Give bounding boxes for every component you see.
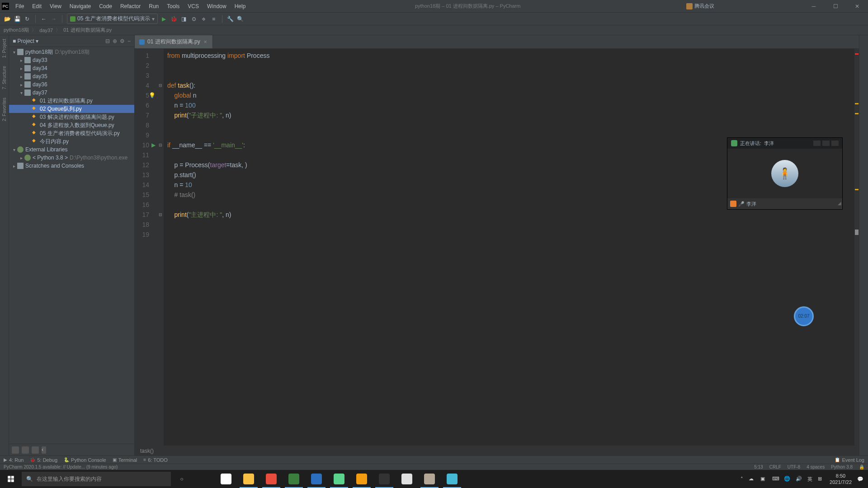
overlay-app-indicator[interactable]: 腾讯会议 xyxy=(686,3,714,9)
fold-column[interactable]: ⊟⊟⊟ xyxy=(157,49,164,446)
menu-view[interactable]: View xyxy=(46,1,65,11)
interpreter[interactable]: Python 3.8 xyxy=(831,465,853,469)
settings-button[interactable]: 🔧 xyxy=(227,15,234,23)
ime-indicator[interactable]: 英 xyxy=(807,476,812,483)
tool-tab[interactable]: 🐞5: Debug xyxy=(30,457,57,463)
resize-grip-icon[interactable]: ◢ xyxy=(838,198,841,208)
breadcrumb-item[interactable]: day37 xyxy=(39,28,53,33)
taskbar-app[interactable] xyxy=(306,470,327,488)
run-config-select[interactable]: 05 生产者消费者模型代码演示 ▾ xyxy=(67,14,158,24)
taskbar-app[interactable] xyxy=(238,470,259,488)
save-icon[interactable]: 💾 xyxy=(14,15,21,23)
menu-run[interactable]: Run xyxy=(145,1,162,11)
tree-item[interactable]: ▸day34 xyxy=(9,64,134,72)
line-ending[interactable]: CRLF xyxy=(769,465,781,469)
hide-icon[interactable]: − xyxy=(127,38,131,44)
notifications-icon[interactable]: 💬 xyxy=(857,476,863,482)
tool-collapse-icon[interactable]: ‹ xyxy=(42,446,46,454)
code-content[interactable]: from multiprocessing import Processdef t… xyxy=(164,49,859,446)
tree-item[interactable]: 03 解决进程间数据隔离问题.py xyxy=(9,113,134,121)
start-button[interactable] xyxy=(0,470,22,488)
tray-icon[interactable]: 🌐 xyxy=(784,476,790,482)
tray-icon[interactable]: ⊞ xyxy=(818,476,824,482)
project-tree[interactable]: ▾python18期D:\python18期▸day33▸day34▸day35… xyxy=(9,47,134,444)
tree-item[interactable]: 01 进程间数据隔离.py xyxy=(9,97,134,105)
meeting-control-icon[interactable] xyxy=(813,141,821,146)
caret-position[interactable]: 5:13 xyxy=(754,465,763,469)
tree-item[interactable]: ▾External Libraries xyxy=(9,145,134,154)
tray-chevron-icon[interactable]: ˄ xyxy=(741,476,743,482)
taskbar-app[interactable] xyxy=(328,470,350,488)
file-encoding[interactable]: UTF-8 xyxy=(788,465,800,469)
menu-tools[interactable]: Tools xyxy=(163,1,183,11)
taskbar-app[interactable] xyxy=(215,470,237,488)
tree-item[interactable]: 04 多进程放入数据到Queue.py xyxy=(9,121,134,129)
open-icon[interactable]: 📂 xyxy=(4,15,11,23)
attach-button[interactable]: ⎆ xyxy=(200,15,208,23)
breadcrumb-item[interactable]: python18期 xyxy=(4,27,29,33)
indent-setting[interactable]: 4 spaces xyxy=(807,465,825,469)
side-tab[interactable]: 7. Structure xyxy=(2,64,7,91)
tree-item[interactable]: ▸day36 xyxy=(9,80,134,89)
recording-timer[interactable]: 02:07 xyxy=(794,306,814,326)
tray-icon[interactable]: ▣ xyxy=(760,476,767,482)
taskbar-clock[interactable]: 8:50 2021/7/22 xyxy=(830,473,852,485)
code-editor[interactable]: 12345💡678910▶111213141516171819 ⊟⊟⊟ from… xyxy=(135,49,859,446)
editor-tab[interactable]: 01 进程间数据隔离.py × xyxy=(135,35,213,48)
tree-item[interactable]: ▾python18期D:\python18期 xyxy=(9,48,134,56)
error-stripe[interactable] xyxy=(854,49,859,446)
tray-icon[interactable]: ⌨ xyxy=(772,476,778,482)
taskbar-app[interactable] xyxy=(396,470,418,488)
menu-window[interactable]: Window xyxy=(203,1,230,11)
status-message[interactable]: PyCharm 2020.1.5 available: // Update...… xyxy=(4,465,118,469)
meeting-control-icon[interactable] xyxy=(831,141,839,146)
search-button[interactable]: 🔍 xyxy=(237,15,244,23)
menu-edit[interactable]: Edit xyxy=(28,1,45,11)
taskbar-app[interactable] xyxy=(419,470,440,488)
side-tab[interactable]: 1: Project xyxy=(2,37,7,60)
breadcrumb-item[interactable]: 01 进程间数据隔离.py xyxy=(63,27,112,33)
tree-item[interactable]: ▸day35 xyxy=(9,72,134,80)
menu-code[interactable]: Code xyxy=(95,1,116,11)
editor-breadcrumb[interactable]: task() xyxy=(135,446,859,455)
gutter[interactable]: 12345💡678910▶111213141516171819 xyxy=(135,49,157,446)
volume-icon[interactable]: 🔊 xyxy=(796,476,802,482)
menu-navigate[interactable]: Navigate xyxy=(66,1,94,11)
tool-tab[interactable]: ≡6: TODO xyxy=(143,457,167,463)
tool-tab[interactable]: ▶4: Run xyxy=(4,457,24,463)
tool-tab[interactable]: ▣Terminal xyxy=(113,457,137,463)
tree-item[interactable]: ▸Scratches and Consoles xyxy=(9,162,134,170)
taskbar-app[interactable] xyxy=(373,470,395,488)
menu-vcs[interactable]: VCS xyxy=(184,1,203,11)
tool-tab[interactable]: 🐍Python Console xyxy=(64,457,106,463)
select-opened-icon[interactable]: ⊕ xyxy=(113,38,117,44)
cortana-icon[interactable]: ○ xyxy=(171,476,193,482)
taskbar-app[interactable] xyxy=(441,470,463,488)
tool-icon[interactable] xyxy=(12,446,19,454)
lock-icon[interactable]: 🔒 xyxy=(859,465,864,469)
close-button[interactable]: ✕ xyxy=(848,3,866,9)
tree-item[interactable]: 今日内容.py xyxy=(9,137,134,145)
maximize-button[interactable]: ☐ xyxy=(826,3,844,9)
taskbar-app[interactable] xyxy=(283,470,305,488)
settings-icon[interactable]: ⚙ xyxy=(120,38,125,44)
tree-item[interactable]: 02 Queue队列.py xyxy=(9,105,134,113)
forward-icon[interactable]: → xyxy=(50,15,57,23)
menu-help[interactable]: Help xyxy=(231,1,250,11)
meeting-control-icon[interactable] xyxy=(822,141,830,146)
profile-button[interactable]: ⊙ xyxy=(190,15,198,23)
back-icon[interactable]: ← xyxy=(40,15,47,23)
meeting-overlay[interactable]: 正在讲话: 李洋 🧍 🎤 李洋 ◢ xyxy=(727,137,843,210)
tool-tab-event-log[interactable]: 📋Event Log xyxy=(835,457,864,463)
refresh-icon[interactable]: ↻ xyxy=(24,15,31,23)
taskbar-app[interactable] xyxy=(260,470,282,488)
run-button[interactable]: ▶ xyxy=(160,15,168,23)
taskbar-search[interactable]: 🔍 在这里输入你要搜索的内容 xyxy=(22,472,171,486)
tree-item[interactable]: ▸< Python 3.8 >D:\Python38\python.exe xyxy=(9,154,134,162)
stop-button[interactable]: ■ xyxy=(210,15,217,23)
collapse-all-icon[interactable]: ⊟ xyxy=(105,38,110,44)
tool-icon[interactable] xyxy=(32,446,39,454)
taskbar-app[interactable] xyxy=(351,470,373,488)
minimize-button[interactable]: ─ xyxy=(805,3,823,9)
tree-item[interactable]: ▾day37 xyxy=(9,89,134,97)
